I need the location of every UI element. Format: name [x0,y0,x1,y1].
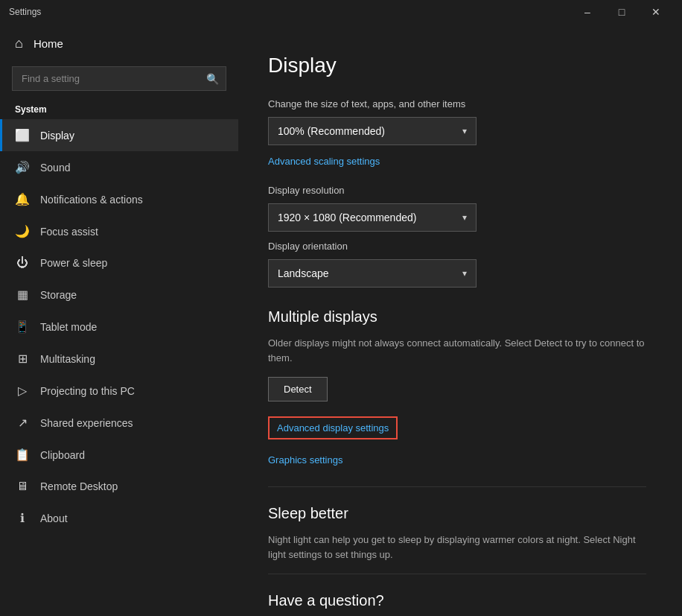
sidebar-item-remote[interactable]: 🖥 Remote Desktop [0,471,238,502]
content-area: Display Change the size of text, apps, a… [238,24,682,616]
orientation-label: Display orientation [268,241,646,252]
sidebar-item-tablet-label: Tablet mode [40,321,97,333]
app-container: ⌂ Home 🔍 System ⬜ Display 🔊 Sound 🔔 Noti… [0,24,682,616]
sidebar-item-storage-label: Storage [40,289,77,301]
sidebar-item-about[interactable]: ℹ About [0,502,238,534]
sound-icon: 🔊 [15,160,30,174]
scale-dropdown[interactable]: 100% (Recommended) ▾ [268,117,477,145]
sidebar-item-multitasking[interactable]: ⊞ Multitasking [0,343,238,375]
home-label: Home [34,37,63,50]
sidebar-item-storage[interactable]: ▦ Storage [0,279,238,311]
maximize-button[interactable]: □ [605,0,639,24]
multitasking-icon: ⊞ [15,352,30,366]
page-title: Display [268,54,646,77]
search-container: 🔍 [12,66,226,91]
sleep-better-heading: Sleep better [268,505,646,522]
projecting-icon: ▷ [15,384,30,398]
resolution-dropdown[interactable]: 1920 × 1080 (Recommended) ▾ [268,203,477,232]
sidebar-item-clipboard[interactable]: 📋 Clipboard [0,439,238,471]
resolution-chevron-icon: ▾ [462,212,467,223]
resolution-value: 1920 × 1080 (Recommended) [278,212,416,223]
divider-2 [268,574,646,574]
sidebar-item-focus[interactable]: 🌙 Focus assist [0,215,238,247]
detect-button[interactable]: Detect [268,377,328,401]
remote-icon: 🖥 [15,480,30,493]
clipboard-icon: 📋 [15,448,30,462]
titlebar: Settings – □ ✕ [0,0,682,24]
sidebar-item-power[interactable]: ⏻ Power & sleep [0,247,238,279]
sidebar-item-sound[interactable]: 🔊 Sound [0,151,238,183]
scale-label: Change the size of text, apps, and other… [268,98,646,109]
scale-value: 100% (Recommended) [278,125,385,137]
advanced-display-settings-link[interactable]: Advanced display settings [268,416,398,439]
sidebar-item-notifications[interactable]: 🔔 Notifications & actions [0,183,238,215]
sidebar-item-remote-label: Remote Desktop [40,480,118,492]
graphics-settings-link[interactable]: Graphics settings [268,454,646,466]
sidebar-item-shared[interactable]: ↗ Shared experiences [0,407,238,439]
sidebar-item-projecting[interactable]: ▷ Projecting to this PC [0,375,238,407]
advanced-scaling-link[interactable]: Advanced scaling settings [268,156,380,167]
power-icon: ⏻ [15,256,30,270]
search-input[interactable] [12,66,226,91]
search-icon: 🔍 [206,73,219,85]
sidebar-item-display-label: Display [40,130,74,142]
sidebar-item-multitasking-label: Multitasking [40,353,95,365]
sleep-better-desc: Night light can help you get to sleep by… [268,533,646,562]
app-title: Settings [9,7,570,17]
sidebar-home[interactable]: ⌂ Home [0,24,238,63]
multiple-displays-heading: Multiple displays [268,308,646,326]
orientation-value: Landscape [278,267,329,279]
divider [268,486,646,487]
sidebar-section-label: System [0,97,238,119]
multiple-displays-desc: Older displays might not always connect … [268,336,646,365]
tablet-icon: 📱 [15,320,30,334]
sidebar-item-notifications-label: Notifications & actions [40,194,143,206]
scale-chevron-icon: ▾ [462,126,467,136]
focus-icon: 🌙 [15,224,30,238]
have-question-heading: Have a question? [268,592,646,609]
sidebar-item-projecting-label: Projecting to this PC [40,385,135,397]
display-icon: ⬜ [15,128,30,142]
sidebar-item-sound-label: Sound [40,162,70,174]
sidebar-item-display[interactable]: ⬜ Display [0,119,238,151]
sidebar-item-focus-label: Focus assist [40,226,98,238]
sidebar-item-tablet[interactable]: 📱 Tablet mode [0,311,238,343]
sidebar-item-about-label: About [40,512,68,524]
sidebar-item-clipboard-label: Clipboard [40,449,85,461]
shared-icon: ↗ [15,416,30,430]
sidebar: ⌂ Home 🔍 System ⬜ Display 🔊 Sound 🔔 Noti… [0,24,238,616]
resolution-label: Display resolution [268,185,646,196]
notifications-icon: 🔔 [15,192,30,206]
about-icon: ℹ [15,511,30,525]
orientation-dropdown[interactable]: Landscape ▾ [268,259,477,288]
close-button[interactable]: ✕ [639,0,673,24]
storage-icon: ▦ [15,288,30,302]
sidebar-item-power-label: Power & sleep [40,257,107,269]
home-icon: ⌂ [15,36,23,51]
orientation-chevron-icon: ▾ [462,268,467,279]
window-controls: – □ ✕ [570,0,673,24]
minimize-button[interactable]: – [570,0,605,24]
sidebar-item-shared-label: Shared experiences [40,417,133,429]
